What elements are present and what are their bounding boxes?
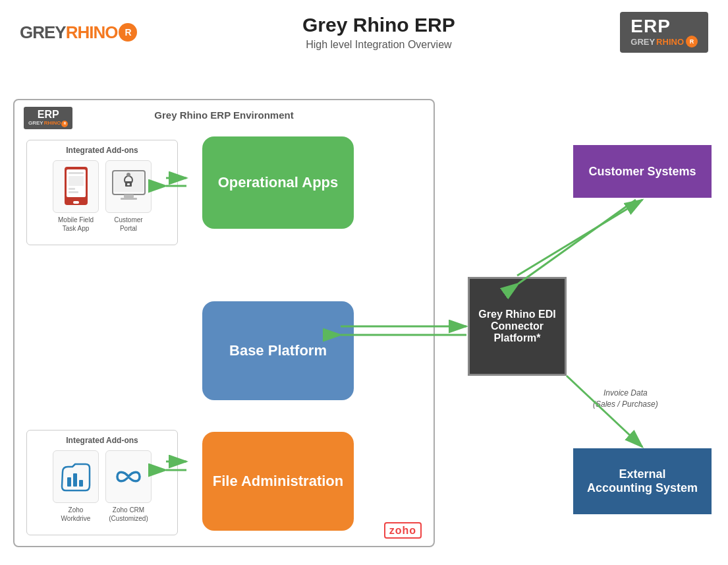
zoho-text: zoho: [384, 522, 422, 539]
addon-zoho-workdrive: ZohoWorkdrive: [53, 450, 99, 523]
svg-rect-5: [69, 188, 75, 190]
file-admin-label: File Administration: [213, 473, 343, 490]
arrow-customer-edi: [518, 200, 636, 283]
logo-grey-text: GREY: [20, 22, 66, 43]
zoho-badge: zoho: [384, 525, 422, 537]
workdrive-label: ZohoWorkdrive: [61, 506, 91, 523]
customer-systems-label: Customer Systems: [588, 165, 696, 179]
accounting-system-box: External Accounting System: [573, 448, 712, 514]
logo-right: ERP GREY RHINO R: [620, 12, 708, 53]
svg-rect-3: [69, 172, 84, 174]
erp-env-box: ERP GREY RHINO R Grey Rhino ERP Environm…: [13, 99, 435, 547]
erp-bottom-label: GREY RHINO R: [630, 36, 698, 47]
header-center: Grey Rhino ERP High level Integration Ov…: [137, 14, 620, 51]
erp-small-logo: ERP GREY RHINO R: [24, 107, 72, 129]
addons-bottom-icons: ZohoWorkdrive Zoho CRM(Customized): [32, 450, 172, 523]
customer-portal-label: CustomerPortal: [114, 216, 142, 233]
svg-rect-16: [73, 473, 77, 487]
logo-left: GREYRHINOR: [20, 22, 137, 43]
mobile-app-label: Mobile FieldTask App: [58, 216, 94, 233]
mobile-app-icon: [61, 165, 91, 208]
svg-point-14: [126, 173, 130, 177]
customer-portal-icon: [111, 165, 147, 208]
operational-apps-box: Operational Apps: [202, 136, 354, 229]
addons-bottom-title: Integrated Add-ons: [32, 436, 172, 445]
sub-title: High level Integration Overview: [137, 39, 620, 51]
erp-grey-sub: GREY: [630, 37, 655, 47]
mobile-app-icon-box: [53, 160, 99, 213]
svg-rect-10: [121, 198, 137, 200]
svg-rect-9: [124, 194, 134, 198]
svg-rect-13: [127, 183, 130, 185]
addons-box-top: Integrated Add-ons: [26, 140, 178, 245]
erp-small-text: ERP: [38, 109, 59, 121]
crm-icon: [111, 459, 147, 495]
addons-box-bottom: Integrated Add-ons ZohoWork: [26, 430, 178, 535]
crm-icon-box: [105, 450, 152, 503]
erp-badge: ERP GREY RHINO R: [620, 12, 708, 53]
operational-apps-label: Operational Apps: [218, 174, 339, 191]
erp-top-row: ERP: [630, 17, 698, 36]
svg-rect-17: [79, 480, 83, 487]
svg-rect-15: [67, 477, 71, 487]
base-platform-label: Base Platform: [229, 342, 327, 359]
workdrive-icon-box: [53, 450, 99, 503]
main-title: Grey Rhino ERP: [137, 14, 620, 36]
edi-connector-label: Grey Rhino EDI Connector Platform*: [476, 309, 558, 344]
svg-rect-4: [69, 176, 84, 186]
svg-rect-6: [69, 191, 78, 193]
erp-rhino-icon: R: [686, 36, 698, 47]
customer-systems-box: Customer Systems: [573, 145, 712, 198]
base-platform-box: Base Platform: [202, 301, 354, 400]
sm-icon: R: [61, 121, 68, 127]
addon-mobile-app: Mobile FieldTask App: [53, 160, 99, 233]
accounting-system-label: External Accounting System: [587, 467, 698, 495]
diagram-area: ERP GREY RHINO R Grey Rhino ERP Environm…: [0, 79, 728, 554]
page-header: GREYRHINOR Grey Rhino ERP High level Int…: [0, 0, 728, 53]
svg-rect-2: [73, 201, 79, 204]
addons-top-title: Integrated Add-ons: [32, 146, 172, 155]
file-admin-box: File Administration: [202, 432, 354, 531]
logo-rhino-text: RHINO: [66, 22, 118, 43]
addon-customer-portal: CustomerPortal: [105, 160, 152, 233]
workdrive-icon: [59, 459, 92, 495]
erp-rhino-sub: RHINO: [656, 37, 684, 47]
arrow-edi-customer: [517, 200, 642, 276]
customer-portal-icon-box: [105, 160, 152, 213]
erp-badge-text: ERP: [630, 16, 671, 36]
edi-connector-box: Grey Rhino EDI Connector Platform*: [468, 277, 567, 376]
arrow-edi-accounting: [567, 376, 642, 447]
addon-zoho-crm: Zoho CRM(Customized): [105, 450, 152, 523]
crm-label: Zoho CRM(Customized): [109, 506, 148, 523]
addons-top-icons: Mobile FieldTask App: [32, 160, 172, 233]
logo-icon: R: [119, 23, 137, 42]
invoice-label: Invoice Data (Sales / Purchase): [593, 388, 658, 410]
erp-env-label: Grey Rhino ERP Environment: [154, 109, 293, 121]
